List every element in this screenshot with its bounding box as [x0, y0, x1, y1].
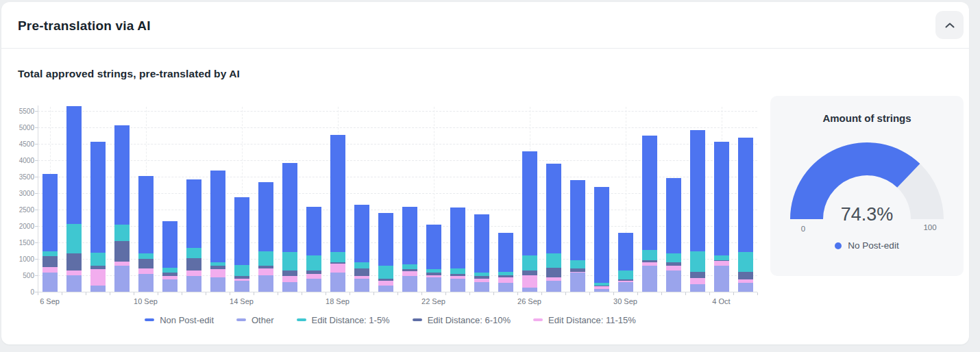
bar-segment[interactable]: [402, 276, 417, 292]
bar-segment[interactable]: [306, 255, 321, 271]
bar[interactable]: [42, 174, 58, 292]
bar-segment[interactable]: [162, 279, 177, 292]
bar-segment[interactable]: [306, 274, 321, 279]
bar-segment[interactable]: [42, 273, 58, 292]
bar-segment[interactable]: [378, 213, 393, 266]
bar-segment[interactable]: [594, 187, 609, 283]
bar-segment[interactable]: [330, 252, 345, 262]
bar-segment[interactable]: [90, 253, 106, 266]
bar-segment[interactable]: [738, 138, 753, 253]
bar-segment[interactable]: [450, 208, 465, 268]
bar-segment[interactable]: [618, 282, 633, 292]
bar-segment[interactable]: [402, 271, 417, 276]
bar-segment[interactable]: [42, 251, 58, 256]
bar-segment[interactable]: [546, 253, 561, 268]
bar-segment[interactable]: [210, 269, 225, 277]
bar-segment[interactable]: [210, 171, 225, 262]
bar-segment[interactable]: [282, 271, 297, 276]
bar-segment[interactable]: [354, 205, 369, 262]
bar-segment[interactable]: [138, 274, 154, 292]
bar-segment[interactable]: [618, 233, 633, 271]
bar-segment[interactable]: [138, 253, 154, 259]
bar-segment[interactable]: [690, 278, 705, 284]
bar-segment[interactable]: [114, 125, 130, 225]
bar[interactable]: [546, 164, 561, 292]
bar-segment[interactable]: [594, 289, 609, 292]
bar-segment[interactable]: [234, 265, 249, 277]
legend-item[interactable]: Edit Distance: 1-5%: [297, 315, 390, 325]
bar-segment[interactable]: [474, 282, 489, 292]
bar-segment[interactable]: [330, 264, 345, 273]
bar-segment[interactable]: [282, 252, 297, 271]
bar[interactable]: [210, 171, 225, 292]
bar-segment[interactable]: [522, 255, 537, 271]
bar-segment[interactable]: [114, 266, 130, 292]
bar-segment[interactable]: [162, 221, 177, 268]
bar-segment[interactable]: [522, 288, 537, 292]
bar-segment[interactable]: [42, 174, 58, 251]
legend-item[interactable]: Non Post-edit: [145, 315, 214, 325]
bar[interactable]: [450, 208, 465, 292]
bar[interactable]: [330, 135, 345, 292]
bar-segment[interactable]: [258, 275, 273, 292]
bar-segment[interactable]: [666, 253, 681, 262]
bar-segment[interactable]: [66, 224, 82, 253]
bar-segment[interactable]: [138, 176, 154, 253]
bar-segment[interactable]: [330, 135, 345, 253]
bar-segment[interactable]: [666, 271, 681, 292]
bar-segment[interactable]: [690, 130, 705, 251]
bar-segment[interactable]: [546, 164, 561, 253]
bar[interactable]: [690, 130, 705, 292]
bar-segment[interactable]: [570, 273, 585, 292]
bar[interactable]: [498, 233, 513, 292]
bar-segment[interactable]: [282, 276, 297, 281]
bar-segment[interactable]: [186, 258, 201, 271]
bar-segment[interactable]: [570, 260, 585, 268]
bar[interactable]: [570, 180, 585, 292]
bar[interactable]: [138, 176, 154, 292]
bar-segment[interactable]: [186, 179, 201, 248]
bar-segment[interactable]: [690, 251, 705, 272]
bar-segment[interactable]: [642, 250, 657, 260]
gauge-legend-item[interactable]: No Post-edit: [770, 240, 964, 251]
bar-segment[interactable]: [426, 225, 441, 270]
bar-segment[interactable]: [90, 269, 106, 286]
bar-segment[interactable]: [738, 272, 753, 280]
bar[interactable]: [354, 205, 369, 292]
bar-segment[interactable]: [186, 271, 201, 276]
bar-segment[interactable]: [66, 106, 82, 224]
bar[interactable]: [258, 182, 273, 292]
bar-segment[interactable]: [186, 276, 201, 292]
bar-segment[interactable]: [570, 180, 585, 260]
bar[interactable]: [594, 187, 609, 292]
bar-segment[interactable]: [90, 286, 106, 292]
bar-segment[interactable]: [498, 233, 513, 272]
bar-segment[interactable]: [354, 268, 369, 277]
bar[interactable]: [474, 214, 489, 292]
bar-segment[interactable]: [234, 281, 249, 292]
bar-segment[interactable]: [66, 253, 82, 271]
bar[interactable]: [234, 197, 249, 292]
bar[interactable]: [402, 207, 417, 292]
bar-segment[interactable]: [690, 272, 705, 278]
bar-segment[interactable]: [210, 277, 225, 292]
legend-item[interactable]: Edit Distance: 6-10%: [413, 315, 511, 325]
bar-segment[interactable]: [258, 182, 273, 251]
bar-segment[interactable]: [618, 271, 633, 279]
bar-segment[interactable]: [234, 197, 249, 265]
bar-segment[interactable]: [714, 142, 729, 256]
bar-segment[interactable]: [66, 275, 82, 292]
bar[interactable]: [714, 142, 729, 292]
bar-segment[interactable]: [714, 261, 729, 266]
bar-segment[interactable]: [90, 142, 106, 253]
bar-segment[interactable]: [642, 266, 657, 292]
bar[interactable]: [162, 221, 177, 292]
bar-segment[interactable]: [642, 136, 657, 251]
bar-segment[interactable]: [498, 277, 513, 283]
bar-segment[interactable]: [474, 214, 489, 273]
bar[interactable]: [114, 125, 130, 292]
bar-segment[interactable]: [354, 279, 369, 292]
bar[interactable]: [282, 163, 297, 292]
bar-segment[interactable]: [42, 256, 58, 267]
bar[interactable]: [426, 225, 441, 292]
